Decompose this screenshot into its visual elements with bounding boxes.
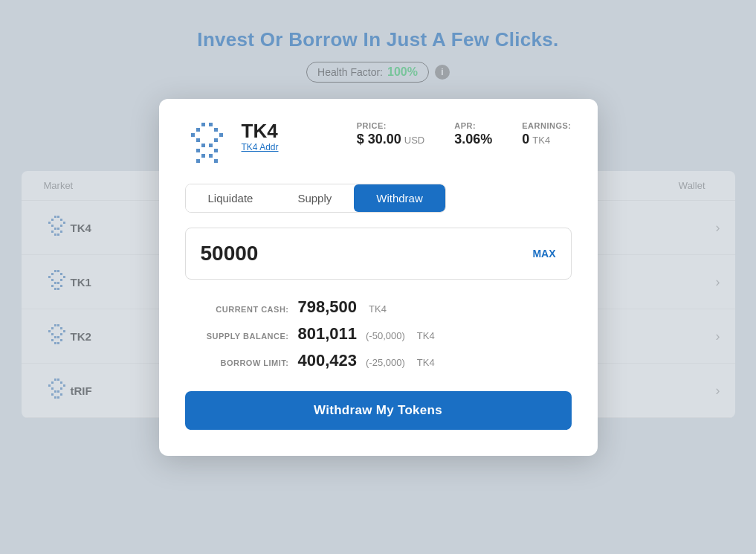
svg-rect-71 bbox=[214, 159, 218, 163]
tab-withdraw[interactable]: Withdraw bbox=[354, 184, 445, 212]
svg-rect-68 bbox=[201, 154, 205, 158]
withdraw-button[interactable]: Withdraw My Tokens bbox=[185, 391, 572, 430]
price-label: PRICE: bbox=[357, 121, 425, 130]
svg-rect-57 bbox=[209, 123, 213, 126]
svg-rect-67 bbox=[214, 149, 218, 152]
apr-value: 3.06% bbox=[454, 132, 492, 147]
supply-balance-row: SUPPLY BALANCE: 801,011 (-50,000) TK4 bbox=[193, 324, 564, 344]
tab-supply[interactable]: Supply bbox=[275, 184, 354, 212]
borrow-limit-label: BORROW LIMIT: bbox=[193, 358, 289, 367]
supply-balance-label: SUPPLY BALANCE: bbox=[193, 332, 289, 341]
price-stat: PRICE: $ 30.00USD bbox=[357, 121, 425, 147]
apr-stat: APR: 3.06% bbox=[454, 121, 492, 147]
current-cash-unit: TK4 bbox=[369, 303, 387, 315]
svg-rect-58 bbox=[196, 128, 200, 132]
svg-rect-70 bbox=[196, 159, 200, 163]
borrow-limit-unit: TK4 bbox=[417, 357, 435, 368]
modal-stats-section: CURRENT CASH: 798,500 TK4 SUPPLY BALANCE… bbox=[185, 297, 572, 370]
svg-rect-59 bbox=[214, 128, 218, 132]
current-cash-value: 798,500 bbox=[298, 297, 358, 317]
svg-rect-62 bbox=[196, 138, 200, 142]
supply-balance-delta: (-50,000) bbox=[366, 330, 405, 341]
svg-rect-63 bbox=[214, 138, 218, 142]
withdraw-modal: TK4 TK4 Addr PRICE: $ 30.00USD APR: 3.06… bbox=[159, 99, 598, 456]
borrow-limit-row: BORROW LIMIT: 400,423 (-25,000) TK4 bbox=[193, 351, 564, 370]
modal-tabs: Liquidate Supply Withdraw bbox=[185, 184, 446, 213]
price-value: $ 30.00USD bbox=[357, 132, 425, 147]
modal-stats: PRICE: $ 30.00USD APR: 3.06% EARNINGS: 0… bbox=[357, 121, 572, 147]
amount-input-area: MAX bbox=[185, 228, 572, 280]
modal-token-addr-link[interactable]: TK4 Addr bbox=[242, 142, 279, 152]
svg-rect-64 bbox=[201, 144, 205, 147]
amount-input[interactable] bbox=[201, 242, 485, 265]
modal-token-info: TK4 TK4 Addr bbox=[242, 121, 279, 152]
svg-rect-69 bbox=[209, 154, 213, 158]
earnings-value: 0TK4 bbox=[522, 132, 571, 147]
modal-token-name: TK4 bbox=[242, 121, 279, 141]
modal-token-logo bbox=[185, 121, 230, 166]
current-cash-label: CURRENT CASH: bbox=[193, 305, 289, 314]
earnings-stat: EARNINGS: 0TK4 bbox=[522, 121, 571, 147]
borrow-limit-value: 400,423 bbox=[298, 351, 358, 370]
svg-rect-65 bbox=[209, 144, 213, 147]
svg-rect-60 bbox=[191, 133, 195, 137]
supply-balance-value: 801,011 bbox=[298, 324, 358, 344]
svg-rect-66 bbox=[196, 149, 200, 152]
svg-rect-56 bbox=[201, 123, 205, 126]
page-background: Invest Or Borrow In Just A Few Clicks. H… bbox=[0, 0, 756, 554]
max-button[interactable]: MAX bbox=[532, 248, 555, 260]
current-cash-row: CURRENT CASH: 798,500 TK4 bbox=[193, 297, 564, 317]
supply-balance-unit: TK4 bbox=[417, 330, 435, 341]
modal-header: TK4 TK4 Addr PRICE: $ 30.00USD APR: 3.06… bbox=[185, 121, 572, 166]
earnings-label: EARNINGS: bbox=[522, 121, 571, 130]
modal-overlay: TK4 TK4 Addr PRICE: $ 30.00USD APR: 3.06… bbox=[0, 0, 756, 554]
svg-rect-61 bbox=[219, 133, 223, 137]
borrow-limit-delta: (-25,000) bbox=[366, 357, 405, 368]
tab-liquidate[interactable]: Liquidate bbox=[186, 184, 276, 212]
apr-label: APR: bbox=[454, 121, 492, 130]
